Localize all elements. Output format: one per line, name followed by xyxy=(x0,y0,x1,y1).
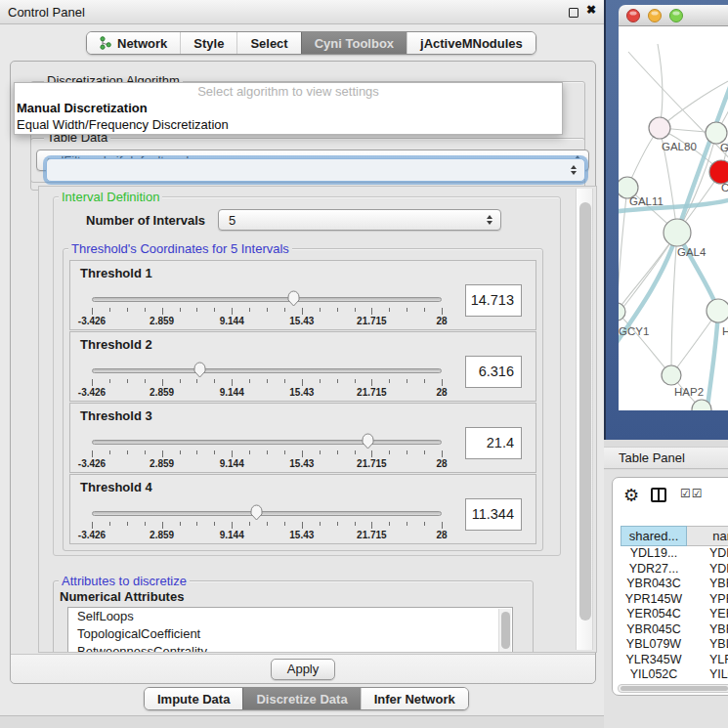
slider-thumb[interactable] xyxy=(193,361,207,379)
numerical-attributes-list[interactable]: SelfLoopsTopologicalCoefficientBetweenne… xyxy=(67,607,513,653)
slider-tick xyxy=(267,308,268,312)
cell-name[interactable]: YDL1 xyxy=(695,546,728,562)
tab-infer-network[interactable]: Infer Network xyxy=(361,688,468,709)
cell-shared-name[interactable]: YPR145W xyxy=(621,592,687,608)
thresholds-group-label: Threshold's Coordinates for 5 Intervals xyxy=(68,241,292,256)
table-row[interactable]: YBR043CYBR0 xyxy=(621,577,728,592)
network-node[interactable] xyxy=(649,117,670,139)
top-tab-strip: NetworkStyleSelectCyni ToolboxjActiveMNo… xyxy=(86,31,536,55)
cell-shared-name[interactable]: YDR27... xyxy=(621,562,687,578)
dropdown-item-manual-discretization[interactable]: Manual Discretization xyxy=(15,100,562,116)
dropdown-item-equal-width-frequency-discretization[interactable]: Equal Width/Frequency Discretization xyxy=(15,116,562,133)
threshold-value-field[interactable]: 14.713 xyxy=(465,284,522,317)
cell-shared-name[interactable]: YBR043C xyxy=(621,577,687,592)
threshold-value-field[interactable]: 21.4 xyxy=(465,427,522,459)
slider-tick xyxy=(162,308,163,315)
network-node[interactable] xyxy=(707,299,728,322)
split-columns-icon[interactable] xyxy=(651,488,666,502)
attribute-item-topologicalcoefficient[interactable]: TopologicalCoefficient xyxy=(68,625,512,643)
attributes-group-box: Numerical Attributes SelfLoopsTopologica… xyxy=(53,580,534,653)
cell-name[interactable]: YDR2 xyxy=(695,562,728,578)
tab-discretize-data[interactable]: Discretize Data xyxy=(242,688,360,709)
tab-cyni-toolbox[interactable]: Cyni Toolbox xyxy=(301,32,407,54)
network-node[interactable] xyxy=(706,122,727,144)
cell-shared-name[interactable]: YER054C xyxy=(621,607,687,622)
thresholds-group-box: Threshold 1-3.4262.8599.14415.4321.71528… xyxy=(63,248,543,551)
slider-thumb[interactable] xyxy=(286,289,301,308)
apply-button[interactable]: Apply xyxy=(271,659,335,680)
green-zoom-icon[interactable] xyxy=(670,10,683,22)
tab-impute-data[interactable]: Impute Data xyxy=(145,688,242,709)
traffic-light-icons[interactable] xyxy=(619,5,726,26)
list-scrollbar[interactable] xyxy=(498,609,511,653)
slider-tick xyxy=(337,308,338,312)
slider-tick xyxy=(127,379,128,383)
cell-name[interactable]: YIL0 xyxy=(695,667,728,683)
attribute-item-betweennesscentrality[interactable]: BetweennessCentrality xyxy=(68,643,512,653)
network-canvas[interactable]: GAL80GACGAL11GAL4GCY1HHAP2 xyxy=(619,26,728,410)
cell-name[interactable]: YPR1 xyxy=(695,592,728,608)
tab-label: Discretize Data xyxy=(256,692,347,707)
float-window-icon[interactable] xyxy=(569,8,578,18)
tab-select[interactable]: Select xyxy=(236,32,300,54)
checkbox-icons[interactable]: ☑☑ xyxy=(680,487,704,500)
cell-name[interactable]: YBL0 xyxy=(695,637,728,653)
red-close-icon[interactable] xyxy=(627,10,640,22)
number-of-intervals-value: 5 xyxy=(229,213,236,228)
column-header-name[interactable]: name xyxy=(687,526,728,546)
network-node[interactable] xyxy=(709,160,728,184)
network-node[interactable] xyxy=(664,219,691,246)
attributes-group-label: Attributes to discretize xyxy=(59,574,190,588)
table-hscrollbar[interactable] xyxy=(618,684,728,693)
slider-track[interactable] xyxy=(92,511,442,516)
tab-network[interactable]: Network xyxy=(87,32,180,54)
slider-track[interactable] xyxy=(92,440,442,445)
table-row[interactable]: YLR345WYLR3 xyxy=(621,653,728,668)
table-row[interactable]: YDL19...YDL1 xyxy=(621,546,728,562)
cell-name[interactable]: YLR3 xyxy=(695,653,728,668)
combo-arrows-icon xyxy=(487,215,492,225)
slider-thumb[interactable] xyxy=(249,503,264,522)
cell-shared-name[interactable]: YDL19... xyxy=(621,546,687,562)
table-row[interactable]: YIL052CYIL0 xyxy=(621,667,728,683)
gear-icon[interactable]: ⚙ xyxy=(623,485,639,506)
slider-tick xyxy=(127,308,128,312)
slider-thumb[interactable] xyxy=(361,432,375,450)
cell-name[interactable]: YER0 xyxy=(695,607,728,622)
network-node[interactable] xyxy=(662,365,681,385)
settings-scrollbar[interactable] xyxy=(576,189,593,650)
cell-name[interactable]: YBR0 xyxy=(695,577,728,592)
column-header-shared-name[interactable]: shared... xyxy=(621,526,687,546)
number-of-intervals-select[interactable]: 5 xyxy=(218,209,501,231)
cell-shared-name[interactable]: YIL052C xyxy=(621,667,687,683)
tab-jactivemnodules[interactable]: jActiveMNodules xyxy=(407,32,535,54)
cell-shared-name[interactable]: YBR045C xyxy=(621,622,687,638)
network-window-titlebar[interactable] xyxy=(619,5,728,26)
slider-tick xyxy=(127,522,128,526)
table-row[interactable]: YPR145WYPR1 xyxy=(621,592,728,608)
slider-tick xyxy=(214,379,215,383)
cell-shared-name[interactable]: YBL079W xyxy=(621,637,687,653)
slider-tick xyxy=(424,450,425,454)
table-row[interactable]: YBL079WYBL0 xyxy=(621,637,728,653)
close-icon[interactable]: ✖ xyxy=(586,3,596,17)
node-label-gal80: GAL80 xyxy=(662,141,697,152)
table-row[interactable]: YDR27...YDR2 xyxy=(621,562,728,578)
threshold-value-field[interactable]: 6.316 xyxy=(465,356,522,388)
cell-shared-name[interactable]: YLR345W xyxy=(621,653,687,668)
algorithm-select[interactable] xyxy=(46,158,585,182)
slider-track[interactable] xyxy=(92,368,442,373)
slider-tick-label: 15.43 xyxy=(271,530,333,540)
slider-track[interactable] xyxy=(92,297,442,302)
cell-name[interactable]: YBR0 xyxy=(695,622,728,638)
tab-style[interactable]: Style xyxy=(180,32,236,54)
slider-tick-label: -3.426 xyxy=(61,316,123,326)
table-row[interactable]: YER054CYER0 xyxy=(621,607,728,622)
slider-tick xyxy=(371,379,372,386)
threshold-value-field[interactable]: 11.344 xyxy=(465,498,522,531)
yellow-minimize-icon[interactable] xyxy=(649,10,662,22)
attribute-item-selfloops[interactable]: SelfLoops xyxy=(68,608,512,625)
node-label-gal4: GAL4 xyxy=(677,246,707,258)
table-row[interactable]: YBR045CYBR0 xyxy=(621,622,728,638)
node-label-ga: GA xyxy=(720,142,728,153)
